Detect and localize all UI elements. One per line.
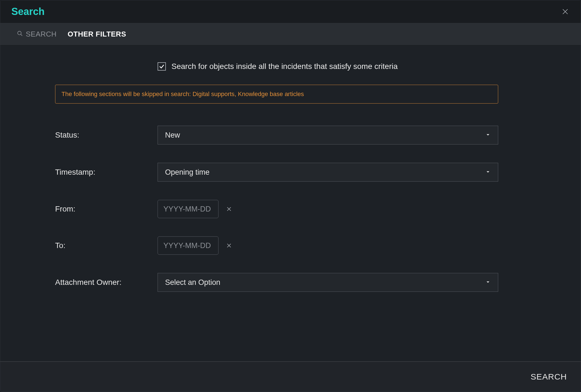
to-clear-button[interactable] — [226, 242, 232, 249]
chevron-down-icon — [485, 131, 491, 140]
close-icon — [226, 206, 232, 212]
from-clear-button[interactable] — [226, 206, 232, 212]
chevron-down-icon — [485, 168, 491, 177]
tab-search-label: SEARCH — [26, 30, 56, 38]
timestamp-row: Timestamp: Opening time — [55, 163, 526, 182]
search-button[interactable]: SEARCH — [531, 372, 567, 381]
search-inside-incidents-row: Search for objects inside all the incide… — [158, 62, 526, 71]
to-row: To: — [55, 236, 526, 255]
attachment-owner-row: Attachment Owner: Select an Option — [55, 273, 526, 292]
tab-search[interactable]: SEARCH — [17, 30, 56, 38]
from-row: From: — [55, 200, 526, 218]
attachment-owner-select[interactable]: Select an Option — [158, 273, 498, 292]
dialog-content: Search for objects inside all the incide… — [0, 45, 581, 361]
tab-other-filters[interactable]: OTHER FILTERS — [68, 30, 126, 38]
skipped-sections-warning: The following sections will be skipped i… — [55, 85, 498, 104]
status-value: New — [165, 131, 180, 140]
timestamp-label: Timestamp: — [55, 168, 158, 177]
timestamp-value: Opening time — [165, 168, 210, 177]
dialog-title: Search — [11, 6, 45, 17]
status-row: Status: New — [55, 126, 526, 145]
chevron-down-icon — [485, 278, 491, 287]
close-button[interactable] — [561, 7, 570, 16]
status-select[interactable]: New — [158, 126, 498, 145]
tab-other-filters-label: OTHER FILTERS — [68, 30, 126, 38]
dialog-header: Search — [0, 0, 581, 23]
from-date-input[interactable] — [158, 200, 218, 218]
timestamp-select[interactable]: Opening time — [158, 163, 498, 182]
to-label: To: — [55, 241, 158, 250]
attachment-owner-value: Select an Option — [165, 278, 220, 287]
search-inside-incidents-label: Search for objects inside all the incide… — [171, 62, 398, 71]
search-icon — [17, 30, 23, 38]
search-inside-incidents-checkbox[interactable] — [158, 62, 166, 71]
svg-point-0 — [18, 31, 21, 35]
status-label: Status: — [55, 131, 158, 140]
dialog-footer: SEARCH — [0, 361, 581, 392]
to-date-input[interactable] — [158, 236, 218, 255]
close-icon — [562, 8, 569, 15]
search-dialog: Search SEARCH OTHER FILTERS Search for o… — [0, 0, 581, 392]
tab-bar: SEARCH OTHER FILTERS — [0, 23, 581, 45]
attachment-owner-label: Attachment Owner: — [55, 278, 158, 287]
from-label: From: — [55, 205, 158, 213]
checkmark-icon — [159, 63, 165, 69]
close-icon — [226, 243, 232, 249]
